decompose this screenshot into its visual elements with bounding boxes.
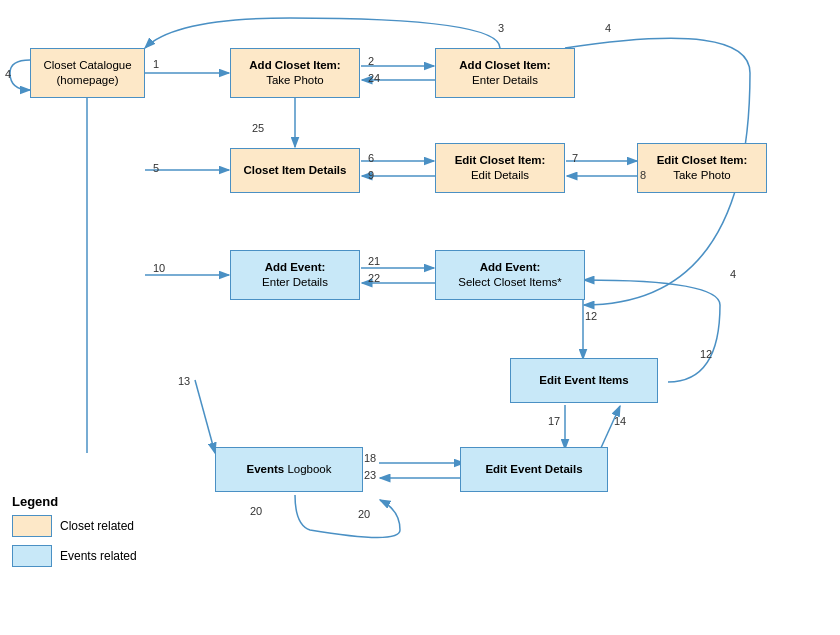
label-12-down: 12 (585, 310, 597, 322)
legend-closet-label: Closet related (60, 519, 134, 533)
label-7: 7 (572, 152, 578, 164)
label-1: 1 (153, 58, 159, 70)
node-add-item-details: Add Closet Item:Enter Details (435, 48, 575, 98)
node-add-item-photo: Add Closet Item:Take Photo (230, 48, 360, 98)
label-6: 6 (368, 152, 374, 164)
label-18: 18 (364, 452, 376, 464)
label-17: 17 (548, 415, 560, 427)
label-3: 3 (498, 22, 504, 34)
diagram-container: Closet Catalogue (homepage) Add Closet I… (0, 0, 840, 635)
label-2: 2 (368, 55, 374, 67)
label-12-top: 12 (700, 348, 712, 360)
legend-event-box (12, 545, 52, 567)
legend-closet: Closet related (12, 515, 137, 537)
svg-line-17 (195, 380, 215, 453)
legend-event: Events related (12, 545, 137, 567)
label-9: 9 (368, 169, 374, 181)
legend-title: Legend (12, 494, 137, 509)
label-24: 24 (368, 72, 380, 84)
label-20-a: 20 (250, 505, 262, 517)
label-10: 10 (153, 262, 165, 274)
label-21: 21 (368, 255, 380, 267)
label-25: 25 (252, 122, 264, 134)
node-edit-event-items: Edit Event Items (510, 358, 658, 403)
legend-closet-box (12, 515, 52, 537)
node-add-event-select: Add Event:Select Closet Items* (435, 250, 585, 300)
node-events-logbook: Events Logbook (215, 447, 363, 492)
label-8: 8 (640, 169, 646, 181)
label-22: 22 (368, 272, 380, 284)
legend: Legend Closet related Events related (12, 494, 137, 575)
node-closet-item-details: Closet Item Details (230, 148, 360, 193)
node-edit-event-details: Edit Event Details (460, 447, 608, 492)
label-14: 14 (614, 415, 626, 427)
label-20-b: 20 (358, 508, 370, 520)
label-5: 5 (153, 162, 159, 174)
label-4-event: 4 (730, 268, 736, 280)
node-add-event-details: Add Event:Enter Details (230, 250, 360, 300)
node-closet-catalogue: Closet Catalogue (homepage) (30, 48, 145, 98)
node-edit-item-photo: Edit Closet Item:Take Photo (637, 143, 767, 193)
label-13: 13 (178, 375, 190, 387)
label-4-self: 4 (5, 68, 11, 80)
svg-line-16 (600, 406, 620, 450)
legend-event-label: Events related (60, 549, 137, 563)
label-4-right: 4 (605, 22, 611, 34)
node-edit-item-details: Edit Closet Item:Edit Details (435, 143, 565, 193)
label-23: 23 (364, 469, 376, 481)
